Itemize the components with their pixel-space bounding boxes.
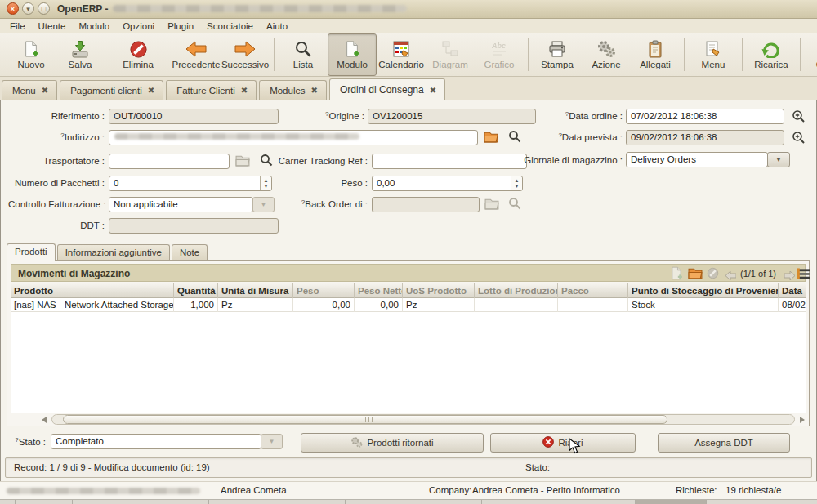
spinner-icon[interactable]: ▲▼	[511, 176, 522, 190]
menu-file[interactable]: File	[3, 20, 32, 32]
arrow-left-icon	[185, 39, 207, 59]
taskbar-separator	[345, 500, 346, 504]
column-header[interactable]: Peso	[293, 283, 355, 298]
trasportatore-label: Trasportatore :	[8, 156, 105, 166]
column-header[interactable]: Pacco	[558, 283, 628, 298]
toolbar-separator	[742, 38, 743, 71]
tab-fatture-clienti[interactable]: Fatture Clienti ✖	[166, 80, 257, 100]
data-ordine-field[interactable]: 07/02/2012 18:06:38	[626, 109, 784, 124]
tab-strip: Menu ✖ Pagamenti clienti ✖ Fatture Clien…	[0, 77, 817, 100]
scroll-left-icon[interactable]	[42, 417, 47, 423]
tab-close-icon[interactable]: ✖	[241, 86, 248, 95]
menu-document-icon	[704, 39, 722, 59]
table-row[interactable]: [nas] NAS - Network Attached Storage 1,0…	[11, 298, 806, 312]
tab-ordini-di-consegna[interactable]: Ordini di Consegna ✖	[329, 78, 445, 100]
menu-plugin[interactable]: Plugin	[161, 20, 200, 32]
toolbar-nuovo-button[interactable]: Nuovo	[7, 33, 56, 76]
notebook-tab-informazioni-aggiuntive[interactable]: Informazioni aggiuntive	[57, 244, 170, 260]
peso-label: Peso :	[270, 178, 368, 188]
tab-close-icon[interactable]: ✖	[430, 86, 436, 95]
stato-combo[interactable]: Completato	[51, 434, 261, 449]
menu-scorciatoie[interactable]: Scorciatoie	[200, 20, 260, 32]
date-picker-icon[interactable]	[792, 131, 806, 148]
column-header[interactable]: Punto di Stoccaggio di Provenienza	[628, 283, 779, 298]
pager-next-icon	[784, 269, 795, 283]
toolbar-ricarica-button[interactable]: Ricarica	[747, 33, 796, 76]
switch-view-icon[interactable]	[797, 268, 810, 283]
assegna-ddt-button[interactable]: Assegna DDT	[658, 433, 790, 453]
horizontal-scrollbar[interactable]	[40, 414, 806, 425]
data-prevista-label: ?Data prevista :	[505, 132, 623, 142]
riferimento-label: Riferimento :	[8, 111, 105, 121]
toolbar-allegati-button[interactable]: Allegati	[631, 33, 680, 76]
tab-menu[interactable]: Menu ✖	[2, 80, 57, 100]
toolbar-menu-button[interactable]: Menu	[689, 33, 738, 76]
column-header[interactable]: Data	[779, 283, 806, 298]
notebook-tab-note[interactable]: Note	[172, 244, 208, 260]
user-name: Andrea Cometa	[221, 485, 287, 495]
open-record-icon[interactable]	[484, 131, 498, 146]
toolbar-azione-button[interactable]: Azione	[582, 33, 631, 76]
tab-modules[interactable]: Modules ✖	[259, 80, 327, 100]
tab-pagamenti-clienti[interactable]: Pagamenti clienti ✖	[60, 80, 163, 100]
numero-pacchetti-label: Numero di Pacchetti :	[8, 178, 105, 188]
mouse-cursor	[569, 438, 581, 458]
grid-column-headers: Prodotto Quantità Unità di Misura Peso P…	[11, 283, 806, 298]
reload-icon	[761, 39, 781, 59]
combo-arrow-icon-disabled: ▼	[261, 434, 283, 449]
peso-field[interactable]: 0,00 ▲▼	[372, 176, 523, 191]
search-icon	[294, 39, 312, 59]
date-picker-icon[interactable]	[792, 109, 806, 127]
menu-opzioni[interactable]: Opzioni	[116, 20, 161, 32]
giornale-magazzino-combo[interactable]: Delivery Orders	[626, 152, 768, 167]
diagram-icon	[441, 39, 459, 59]
trasportatore-field[interactable]	[109, 154, 230, 169]
tab-close-icon[interactable]: ✖	[311, 86, 318, 95]
pager-label: (1/1 of 1)	[740, 269, 776, 279]
menu-aiuto[interactable]: Aiuto	[260, 20, 294, 32]
toolbar-chiudi-button[interactable]: Chiudi	[805, 33, 817, 76]
window-maximize-icon[interactable]: □	[38, 2, 50, 15]
column-header[interactable]: Prodotto	[11, 283, 174, 298]
toolbar-separator	[684, 38, 685, 71]
toolbar-successivo-button[interactable]: Successivo	[221, 33, 270, 76]
back-order-label: ?Back Order di :	[266, 199, 368, 209]
window-close-icon[interactable]: ×	[7, 2, 19, 15]
notebook-tab-prodotti[interactable]: Prodotti	[7, 243, 56, 261]
toolbar-elimina-button[interactable]: Elimina	[114, 33, 163, 76]
toolbar-lista-button[interactable]: Lista	[279, 33, 328, 76]
delete-icon	[129, 39, 148, 59]
column-header[interactable]: Lotto di Produzione	[475, 283, 558, 298]
riapri-button[interactable]: Riapri	[490, 433, 636, 453]
column-header[interactable]: Peso Netto	[355, 283, 403, 298]
toolbar-calendario-button[interactable]: Calendario	[377, 33, 426, 76]
column-header[interactable]: UoS Prodotto	[403, 283, 475, 298]
column-header[interactable]: Quantità	[174, 283, 218, 298]
toolbar-salva-button[interactable]: Salva	[56, 33, 105, 76]
controllo-fatturazione-combo[interactable]: Non applicabile	[109, 197, 253, 212]
red-close-icon	[542, 436, 554, 449]
numero-pacchetti-field[interactable]: 0 ▲▼	[109, 176, 272, 191]
combo-arrow-icon[interactable]: ▼	[767, 152, 790, 167]
tab-close-icon[interactable]: ✖	[148, 86, 154, 95]
scrollbar-thumb[interactable]	[63, 415, 667, 424]
menu-utente[interactable]: Utente	[32, 20, 73, 32]
redacted-server-url	[7, 488, 200, 494]
toolbar-stampa-button[interactable]: Stampa	[533, 33, 582, 76]
scroll-right-icon[interactable]	[800, 417, 805, 423]
taskbar-separator	[801, 500, 801, 504]
column-header[interactable]: Unità di Misura	[218, 283, 293, 298]
pager-prev-icon	[725, 269, 736, 283]
open-row-icon[interactable]	[688, 267, 703, 283]
toolbar-precedente-button[interactable]: Precedente	[172, 33, 221, 76]
tab-close-icon[interactable]: ✖	[42, 86, 48, 95]
window-minimize-icon[interactable]: ▾	[22, 2, 34, 15]
menu-modulo[interactable]: Modulo	[72, 20, 116, 32]
back-order-field	[372, 197, 480, 212]
toolbar-modulo-button[interactable]: Modulo	[328, 33, 377, 76]
graph-icon: Abc	[490, 39, 508, 59]
data-ordine-label: ?Data ordine :	[505, 111, 623, 121]
prodotti-ritornati-button[interactable]: Prodotti ritornati	[301, 433, 484, 453]
toolbar-separator	[528, 38, 529, 71]
open-record-icon-disabled	[484, 198, 499, 213]
